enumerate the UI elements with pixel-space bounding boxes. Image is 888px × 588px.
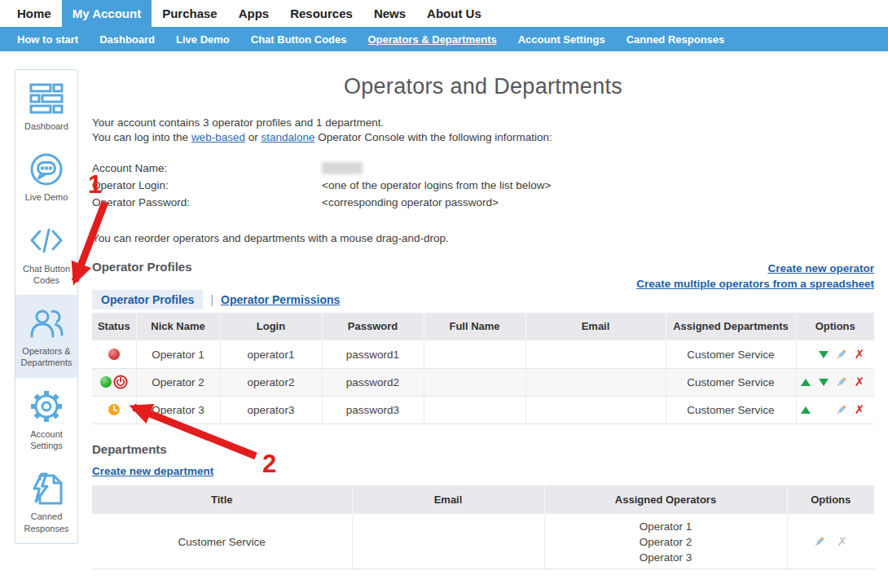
web-based-link[interactable]: web-based (191, 131, 245, 143)
subnav-operators-departments[interactable]: Operators & Departments (358, 27, 508, 51)
delete-x-icon[interactable]: ✗ (851, 348, 868, 361)
reorder-note: You can reorder operators and department… (92, 232, 874, 244)
create-multiple-operators-link[interactable]: Create multiple operators from a spreads… (636, 278, 874, 290)
assigned-operator: Operator 3 (545, 550, 787, 565)
move-up-icon[interactable] (797, 375, 815, 388)
subnav-how-to-start[interactable]: How to start (7, 27, 89, 51)
operator-full-name (424, 396, 525, 423)
sidebar-item-live-demo[interactable]: Live Demo (15, 141, 77, 212)
edit-pencil-icon[interactable] (833, 348, 851, 361)
move-down-icon[interactable] (815, 375, 833, 388)
empty-slot (797, 348, 815, 361)
intro-line2-before: You can log into the (92, 131, 188, 143)
sidebar-item-chat-button-codes[interactable]: Chat Button Codes (15, 213, 77, 296)
edit-pencil-icon[interactable] (833, 375, 851, 388)
empty-slot (815, 403, 833, 416)
tab-separator: | (210, 293, 213, 306)
intro-text: Your account contains 3 operator profile… (92, 116, 874, 145)
departments-table-header: Title Email Assigned Operators Options (92, 485, 874, 515)
intro-line2: You can log into the web-based or standa… (92, 130, 874, 145)
edit-pencil-icon[interactable] (811, 535, 829, 548)
sidebar-item-account-settings[interactable]: Account Settings (15, 378, 77, 461)
operator-login-label: Operator Login: (92, 177, 322, 194)
operator-login: operator1 (220, 340, 322, 368)
operator-departments: Customer Service (666, 368, 796, 396)
sidebar: Dashboard Live Demo Chat Button Codes Op… (15, 69, 78, 544)
topnav-about-us[interactable]: About Us (416, 0, 492, 27)
topnav-home[interactable]: Home (7, 0, 62, 27)
move-down-icon[interactable] (815, 348, 833, 361)
topnav-purchase[interactable]: Purchase (152, 0, 228, 27)
operator-departments: Customer Service (666, 396, 796, 423)
operator-password: password2 (322, 368, 424, 396)
sidebar-item-label: Account Settings (18, 428, 75, 452)
subnav-canned-responses[interactable]: Canned Responses (616, 27, 736, 51)
operator-full-name (424, 368, 525, 396)
col-password: Password (322, 313, 424, 340)
delete-x-icon[interactable]: ✗ (851, 403, 868, 416)
operators-table-header: Status Nick Name Login Password Full Nam… (92, 313, 874, 340)
topnav-my-account[interactable]: My Account (62, 0, 152, 27)
department-email (352, 515, 544, 569)
operator-email (525, 396, 666, 423)
edit-pencil-icon[interactable] (833, 403, 851, 416)
operator-tabs: Operator Profiles | Operator Permissions (92, 290, 340, 309)
col-full-name: Full Name (424, 313, 525, 340)
subnav-chat-button-codes[interactable]: Chat Button Codes (240, 27, 358, 51)
logout-power-icon[interactable] (113, 375, 128, 389)
sidebar-item-operators-departments[interactable]: Operators & Departments (15, 295, 77, 378)
move-up-icon[interactable] (797, 403, 815, 416)
topnav-apps[interactable]: Apps (228, 0, 280, 27)
subnav-dashboard[interactable]: Dashboard (89, 27, 165, 51)
assigned-operator: Operator 1 (545, 519, 787, 534)
delete-x-icon[interactable]: ✗ (851, 375, 868, 388)
operator-login: operator3 (220, 396, 322, 423)
department-row-1[interactable]: Customer Service Operator 1 Operator 2 O… (92, 515, 874, 569)
operator-row-1[interactable]: Operator 1 operator1 password1 Customer … (92, 340, 874, 368)
people-icon (29, 305, 64, 341)
dashboard-icon (29, 81, 64, 116)
col-assigned-departments: Assigned Departments (666, 313, 796, 340)
operators-table: Status Nick Name Login Password Full Nam… (92, 313, 874, 424)
topnav-resources[interactable]: Resources (279, 0, 363, 27)
intro-line2-after: Operator Console with the following info… (318, 131, 552, 143)
operator-row-3[interactable]: Operator 3 operator3 password3 Customer … (92, 396, 874, 423)
col-options: Options (796, 313, 874, 340)
gear-icon (29, 388, 64, 424)
col-email: Email (525, 313, 666, 340)
operator-email (525, 368, 666, 396)
intro-line1: Your account contains 3 operator profile… (92, 116, 874, 130)
tab-operator-permissions[interactable]: Operator Permissions (221, 293, 340, 306)
operator-password: password3 (322, 396, 424, 423)
subnav-live-demo[interactable]: Live Demo (165, 27, 240, 51)
intro-or: or (248, 131, 258, 143)
status-online-icon (100, 376, 112, 388)
col-options: Options (787, 485, 874, 515)
tab-operator-profiles[interactable]: Operator Profiles (92, 290, 203, 309)
sidebar-item-canned-responses[interactable]: Canned Responses (15, 460, 77, 543)
sidebar-item-dashboard[interactable]: Dashboard (15, 70, 77, 141)
topnav-news[interactable]: News (363, 0, 416, 27)
assigned-operator: Operator 2 (545, 534, 787, 550)
sidebar-item-label: Operators & Departments (18, 345, 75, 369)
create-new-department-link[interactable]: Create new department (92, 465, 213, 477)
create-links: Create new operator Create multiple oper… (636, 261, 874, 292)
col-assigned-operators: Assigned Operators (544, 485, 787, 515)
subnav-account-settings[interactable]: Account Settings (508, 27, 616, 51)
col-nick-name: Nick Name (136, 313, 220, 340)
standalone-link[interactable]: standalone (261, 131, 314, 143)
operator-login: operator2 (220, 368, 322, 396)
operator-password-value: <corresponding operator password> (322, 194, 499, 211)
sidebar-item-label: Chat Button Codes (18, 263, 75, 287)
departments-table: Title Email Assigned Operators Options C… (92, 485, 874, 570)
top-navigation: Home My Account Purchase Apps Resources … (0, 0, 888, 27)
sidebar-item-label: Live Demo (25, 191, 68, 203)
create-new-operator-link[interactable]: Create new operator (767, 262, 874, 274)
assigned-operators-list: Operator 1 Operator 2 Operator 3 (545, 519, 787, 565)
status-away-clock-icon (108, 403, 121, 416)
col-title: Title (92, 485, 352, 515)
col-status: Status (92, 313, 136, 340)
operator-row-2[interactable]: Operator 2 operator2 password2 Customer … (92, 368, 874, 396)
department-title: Customer Service (92, 515, 352, 569)
operator-nick: Operator 3 (136, 396, 220, 423)
